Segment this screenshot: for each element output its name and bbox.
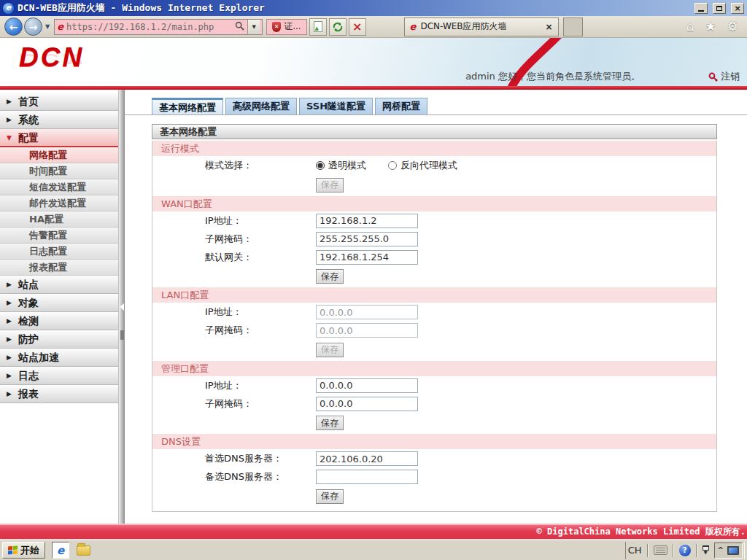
- sidebar-subitem-report-config[interactable]: 报表配置: [0, 260, 118, 276]
- sidebar-item-label: 对象: [18, 297, 39, 308]
- address-dropdown-button[interactable]: ▼: [247, 20, 260, 34]
- taskbar-ie-button[interactable]: e: [52, 542, 69, 559]
- form-row-mgmt-ip: IP地址：: [152, 377, 716, 394]
- panel-body: 运行模式 模式选择： 透明模式 反向代理模式: [152, 141, 717, 512]
- favorites-star-icon[interactable]: ★: [705, 20, 716, 33]
- sidebar-subitem-log-config[interactable]: 日志配置: [0, 244, 118, 260]
- page-icon: [314, 21, 322, 32]
- browser-tab[interactable]: e DCN-WEB应用防火墙 ×: [404, 18, 559, 36]
- save-button-run-mode[interactable]: 保存: [316, 178, 344, 192]
- sidebar-item-label: 站点加速: [18, 351, 59, 363]
- logout-label: 注销: [721, 70, 740, 83]
- start-button[interactable]: 开始: [2, 542, 45, 559]
- chevron-down-icon: ▼: [7, 129, 12, 147]
- save-button-mgmt[interactable]: 保存: [316, 416, 344, 430]
- primary-dns-input[interactable]: [316, 451, 418, 466]
- chevron-right-icon: ▶: [7, 111, 12, 128]
- sidebar-subitem-mail-config[interactable]: 邮件发送配置: [0, 195, 118, 211]
- sidebar-subitem-network-config[interactable]: 网络配置: [0, 147, 118, 163]
- restore-button[interactable]: [713, 3, 726, 14]
- sidebar-item-reports[interactable]: ▶ 报表: [0, 385, 118, 403]
- certificate-error-button[interactable]: ✕ 证...: [266, 19, 306, 35]
- sidebar-item-site-acceleration[interactable]: ▶ 站点加速: [0, 349, 118, 367]
- home-icon[interactable]: ⌂: [686, 20, 694, 33]
- stop-button[interactable]: ×: [349, 18, 366, 36]
- forward-button[interactable]: →: [24, 18, 42, 36]
- sidebar-item-system[interactable]: ▶ 系统: [0, 111, 118, 129]
- refresh-button[interactable]: [329, 18, 347, 36]
- tools-gear-icon[interactable]: ⚙: [727, 20, 738, 33]
- save-button-dns[interactable]: 保存: [316, 489, 344, 504]
- sidebar-item-sites[interactable]: ▶ 站点: [0, 276, 118, 294]
- sidebar-item-logs[interactable]: ▶ 日志: [0, 367, 118, 385]
- sidebar-item-objects[interactable]: ▶ 对象: [0, 294, 118, 312]
- secondary-dns-input[interactable]: [316, 470, 418, 484]
- content-tabs: 基本网络配置 高级网络配置 SSH隧道配置 网桥配置: [152, 98, 747, 114]
- tab-advanced-network-config[interactable]: 高级网络配置: [225, 98, 297, 114]
- sidebar-item-home[interactable]: ▶ 首页: [0, 93, 118, 111]
- form-row-lan-ip: IP地址：: [152, 303, 716, 321]
- radio-reverse-proxy-mode[interactable]: 反向代理模式: [388, 159, 457, 172]
- search-icon[interactable]: [235, 20, 244, 34]
- tab-basic-network-config[interactable]: 基本网络配置: [152, 98, 223, 114]
- splitter-grip[interactable]: [120, 330, 124, 340]
- close-button[interactable]: ×: [731, 3, 744, 14]
- logout-link[interactable]: 注销: [708, 70, 740, 83]
- radio-transparent-mode[interactable]: 透明模式: [316, 159, 366, 172]
- tray-divider: [647, 544, 649, 557]
- back-button[interactable]: ←: [4, 18, 23, 36]
- radio-transparent-mode-input[interactable]: [316, 161, 325, 170]
- history-dropdown-icon[interactable]: ▼: [45, 23, 50, 30]
- tab-title: DCN-WEB应用防火墙: [420, 20, 541, 33]
- radio-reverse-proxy-mode-input[interactable]: [388, 161, 397, 170]
- navbar-right-tools: ⌂ ★ ⚙: [686, 20, 743, 33]
- tab-ssh-tunnel-config[interactable]: SSH隧道配置: [299, 98, 373, 114]
- chevron-right-icon: ▶: [7, 294, 12, 311]
- sidebar-item-detection[interactable]: ▶ 检测: [0, 312, 118, 330]
- page-banner: DCN DCN admin 您好，您当前角色是系统管理员。 注销: [0, 38, 747, 86]
- sidebar-item-label: 日志: [18, 370, 39, 381]
- new-tab-button[interactable]: [563, 18, 583, 36]
- help-icon[interactable]: ?: [679, 545, 691, 556]
- sidebar-subitem-alert-config[interactable]: 告警配置: [0, 228, 118, 244]
- section-header-lan: LAN口配置: [152, 287, 716, 303]
- quick-launch-folder-icon[interactable]: [77, 545, 90, 556]
- mgmt-mask-input[interactable]: [316, 397, 418, 411]
- sidebar-item-label: 配置: [18, 132, 39, 144]
- address-url[interactable]: https://192.168.1.2/main.php: [66, 22, 232, 32]
- minimize-button[interactable]: [694, 3, 708, 14]
- site-favicon-icon: e: [57, 22, 63, 31]
- tab-close-icon[interactable]: ×: [546, 23, 553, 31]
- language-indicator[interactable]: CH: [628, 545, 642, 556]
- keyboard-icon[interactable]: [654, 545, 667, 555]
- sidebar-item-protection[interactable]: ▶ 防护: [0, 330, 118, 349]
- sidebar-subitem-sms-config[interactable]: 短信发送配置: [0, 179, 118, 195]
- address-bar[interactable]: e https://192.168.1.2/main.php ▼: [54, 19, 263, 35]
- tray-window-icon[interactable]: ▼: [703, 545, 709, 555]
- tray-collapsed-area[interactable]: ^: [714, 542, 743, 559]
- lan-mask-input[interactable]: [316, 323, 418, 338]
- page-button[interactable]: [309, 18, 327, 36]
- network-monitor-icon[interactable]: [727, 546, 739, 555]
- sidebar-subitem-time-config[interactable]: 时间配置: [0, 163, 118, 179]
- tab-bridge-config[interactable]: 网桥配置: [375, 98, 427, 114]
- field-label: IP地址：: [152, 306, 316, 319]
- wan-gateway-input[interactable]: [316, 250, 418, 265]
- ie-window: e DCN-WEB应用防火墙 - Windows Internet Explor…: [0, 0, 747, 560]
- lan-ip-input[interactable]: [316, 305, 418, 319]
- wan-mask-input[interactable]: [316, 232, 418, 246]
- sidebar-item-config[interactable]: ▼ 配置: [0, 129, 118, 147]
- down-arrow-icon: ▼: [703, 551, 707, 555]
- sidebar-subitem-label: 网络配置: [29, 149, 67, 160]
- wan-ip-input[interactable]: [316, 214, 418, 228]
- save-button-lan[interactable]: 保存: [316, 343, 344, 357]
- sidebar-subitem-ha-config[interactable]: HA配置: [0, 211, 118, 228]
- sidebar-splitter[interactable]: [118, 90, 125, 524]
- collapse-arrow-icon[interactable]: [120, 303, 124, 311]
- mgmt-ip-input[interactable]: [316, 378, 418, 393]
- windows-taskbar: 开始 e CH ? ▼ ^: [0, 540, 747, 560]
- save-button-wan[interactable]: 保存: [316, 269, 344, 284]
- panel-title: 基本网络配置: [152, 124, 717, 139]
- dcn-logo: DCN: [19, 42, 84, 73]
- field-label: 模式选择：: [152, 159, 316, 172]
